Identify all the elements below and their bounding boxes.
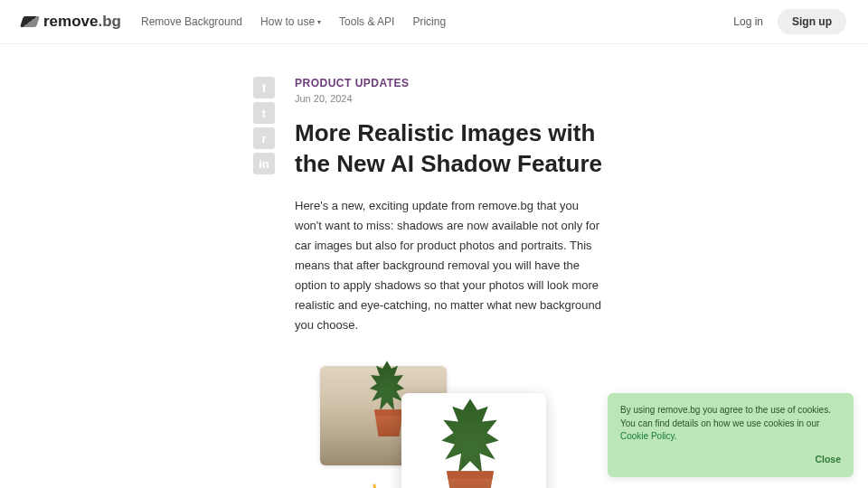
logo-text-light: .bg <box>98 13 121 30</box>
reddit-icon[interactable]: r <box>253 127 275 149</box>
nav-remove-background[interactable]: Remove Background <box>141 15 242 28</box>
main-nav: Remove Background How to use▾ Tools & AP… <box>141 15 446 28</box>
article-category[interactable]: PRODUCT UPDATES <box>295 77 602 89</box>
foliage-icon <box>440 399 500 474</box>
cookie-close-button[interactable]: Close <box>620 453 841 466</box>
twitter-icon[interactable]: t <box>253 102 275 124</box>
facebook-icon[interactable]: f <box>253 77 275 99</box>
header-left: remove.bg Remove Background How to use▾ … <box>22 13 446 31</box>
logo-icon <box>20 16 40 27</box>
cookie-text: By using remove.bg you agree to the use … <box>620 405 831 428</box>
article-title: More Realistic Images with the New AI Sh… <box>295 118 602 180</box>
nav-how-to-use[interactable]: How to use▾ <box>260 15 321 28</box>
article-body: Here's a new, exciting update from remov… <box>295 196 602 336</box>
cookie-banner: By using remove.bg you agree to the use … <box>608 393 854 477</box>
logo-text-bold: remove <box>43 13 98 30</box>
nav-pricing[interactable]: Pricing <box>412 15 446 28</box>
site-header: remove.bg Remove Background How to use▾ … <box>0 0 868 44</box>
plant-after <box>438 399 503 488</box>
chevron-down-icon: ▾ <box>317 18 321 26</box>
cookie-policy-link[interactable]: Cookie Policy <box>620 431 675 441</box>
hero-illustration: AI Shadow <box>320 366 591 488</box>
nav-tools-api[interactable]: Tools & API <box>339 15 394 28</box>
logo[interactable]: remove.bg <box>22 13 121 31</box>
article: PRODUCT UPDATES Jun 20, 2024 More Realis… <box>295 77 602 488</box>
linkedin-icon[interactable]: in <box>253 153 275 174</box>
login-link[interactable]: Log in <box>733 15 763 28</box>
article-date: Jun 20, 2024 <box>295 93 602 104</box>
pot-icon <box>374 409 403 436</box>
foliage-icon <box>369 361 405 411</box>
header-right: Log in Sign up <box>733 9 846 34</box>
social-share: f t r in <box>253 77 275 488</box>
signup-button[interactable]: Sign up <box>778 9 846 34</box>
arrow-icon <box>371 482 410 488</box>
pot-icon <box>447 471 494 488</box>
